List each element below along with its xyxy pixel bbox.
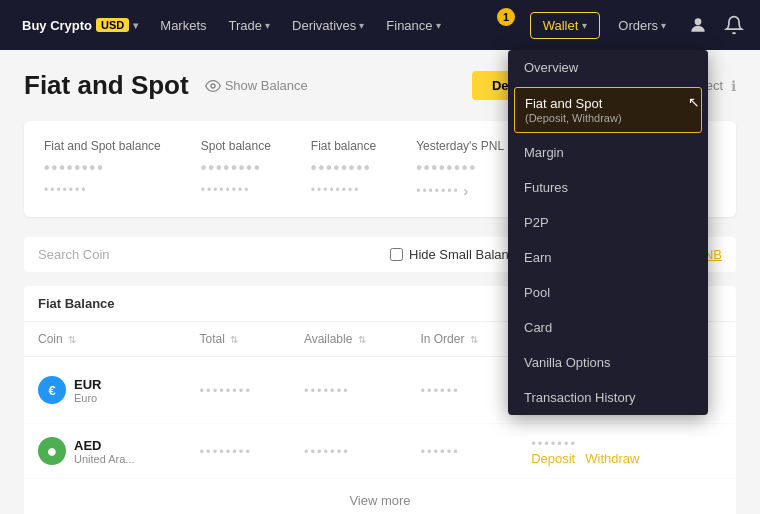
trade-chevron-icon: ▾ bbox=[265, 20, 270, 31]
svg-point-0 bbox=[695, 18, 702, 25]
col-coin: Coin ⇅ bbox=[24, 322, 186, 357]
eye-icon bbox=[205, 78, 221, 94]
aed-total: •••••••• bbox=[186, 424, 290, 479]
eur-coin-cell: € EUR Euro bbox=[24, 357, 186, 424]
svg-point-1 bbox=[211, 84, 215, 88]
page-title: Fiat and Spot bbox=[24, 70, 189, 101]
wallet-dropdown: Overview Fiat and Spot (Deposit, Withdra… bbox=[508, 50, 708, 415]
pnl-card: Yesterday's PNL ℹ •••••••• ••••••• › bbox=[416, 139, 513, 199]
wallet-chevron-icon: ▾ bbox=[582, 20, 587, 31]
in-order-sort-icon[interactable]: ⇅ bbox=[470, 334, 478, 345]
derivatives-label: Derivatives bbox=[292, 18, 356, 33]
view-more-button[interactable]: View more bbox=[24, 479, 736, 514]
wallet-button[interactable]: Wallet ▾ bbox=[530, 12, 601, 39]
top-navigation: Buy Crypto USD ▾ Markets Trade ▾ Derivat… bbox=[0, 0, 760, 50]
dropdown-fiat-spot[interactable]: Fiat and Spot (Deposit, Withdraw) ↖ bbox=[514, 87, 702, 133]
show-balance-button[interactable]: Show Balance bbox=[205, 78, 308, 94]
aed-available: ••••••• bbox=[290, 424, 407, 479]
finance-chevron-icon: ▾ bbox=[436, 20, 441, 31]
wallet-badge: 1 bbox=[497, 8, 515, 26]
spot-balance-sub: •••••••• bbox=[201, 183, 271, 197]
trade-label: Trade bbox=[229, 18, 262, 33]
dropdown-futures[interactable]: Futures bbox=[508, 170, 708, 205]
aed-deposit-link[interactable]: Deposit bbox=[531, 451, 575, 466]
show-balance-label: Show Balance bbox=[225, 78, 308, 93]
dropdown-overview[interactable]: Overview bbox=[508, 50, 708, 85]
eur-in-order: •••••• bbox=[406, 357, 517, 424]
aed-btc-val: ••••••• bbox=[531, 436, 722, 451]
col-available: Available ⇅ bbox=[290, 322, 407, 357]
trade-nav[interactable]: Trade ▾ bbox=[219, 12, 280, 39]
buy-crypto-nav[interactable]: Buy Crypto USD ▾ bbox=[12, 12, 148, 39]
fiat-balance-value: •••••••• bbox=[311, 159, 376, 177]
dropdown-fiat-spot-label: Fiat and Spot bbox=[525, 96, 691, 111]
eur-available: ••••••• bbox=[290, 357, 407, 424]
fiat-balance-label: Fiat balance bbox=[311, 139, 376, 153]
orders-label: Orders bbox=[618, 18, 658, 33]
derivatives-chevron-icon: ▾ bbox=[359, 20, 364, 31]
aed-symbol: AED bbox=[74, 438, 135, 453]
pnl-sub-row: ••••••• › bbox=[416, 183, 513, 199]
buy-crypto-chevron-icon: ▾ bbox=[133, 20, 138, 31]
aed-btc-cell: ••••••• Deposit Withdraw bbox=[517, 424, 736, 479]
finance-nav[interactable]: Finance ▾ bbox=[376, 12, 450, 39]
pnl-sub: ••••••• bbox=[416, 184, 459, 198]
fiat-spot-balance-value: •••••••• bbox=[44, 159, 161, 177]
wallet-label: Wallet bbox=[543, 18, 579, 33]
fiat-balance-sub: •••••••• bbox=[311, 183, 376, 197]
search-input[interactable] bbox=[38, 247, 374, 262]
total-sort-icon[interactable]: ⇅ bbox=[230, 334, 238, 345]
coin-sort-icon[interactable]: ⇅ bbox=[68, 334, 76, 345]
aed-name: United Ara... bbox=[74, 453, 135, 465]
spot-balance-value: •••••••• bbox=[201, 159, 271, 177]
markets-nav[interactable]: Markets bbox=[150, 12, 216, 39]
aed-coin-cell: ● AED United Ara... bbox=[24, 424, 186, 479]
dropdown-vanilla-options[interactable]: Vanilla Options bbox=[508, 345, 708, 380]
eur-name: Euro bbox=[74, 392, 101, 404]
dropdown-p2p[interactable]: P2P bbox=[508, 205, 708, 240]
col-total: Total ⇅ bbox=[186, 322, 290, 357]
orders-chevron-icon: ▾ bbox=[661, 20, 666, 31]
notification-button[interactable] bbox=[720, 11, 748, 39]
aed-withdraw-link[interactable]: Withdraw bbox=[585, 451, 639, 466]
fiat-spot-balance-label: Fiat and Spot balance bbox=[44, 139, 161, 153]
dropdown-transaction-history[interactable]: Transaction History bbox=[508, 380, 708, 415]
eur-icon: € bbox=[38, 376, 66, 404]
aed-icon: ● bbox=[38, 437, 66, 465]
buy-crypto-label: Buy Crypto bbox=[22, 18, 92, 33]
table-row: ● AED United Ara... •••••••• ••••••• •••… bbox=[24, 424, 736, 479]
pnl-arrow-icon: › bbox=[464, 183, 469, 199]
spot-balance-card: Spot balance •••••••• •••••••• bbox=[201, 139, 271, 199]
eur-total: •••••••• bbox=[186, 357, 290, 424]
markets-label: Markets bbox=[160, 18, 206, 33]
orders-nav[interactable]: Orders ▾ bbox=[608, 12, 676, 39]
dropdown-margin[interactable]: Margin bbox=[508, 135, 708, 170]
fiat-spot-balance-card: Fiat and Spot balance •••••••• ••••••• bbox=[44, 139, 161, 199]
pnl-label: Yesterday's PNL ℹ bbox=[416, 139, 513, 153]
aed-in-order: •••••• bbox=[406, 424, 517, 479]
hide-small-checkbox[interactable] bbox=[390, 248, 403, 261]
fiat-balance-card: Fiat balance •••••••• •••••••• bbox=[311, 139, 376, 199]
available-sort-icon[interactable]: ⇅ bbox=[358, 334, 366, 345]
finance-label: Finance bbox=[386, 18, 432, 33]
col-in-order: In Order ⇅ bbox=[406, 322, 517, 357]
profile-button[interactable] bbox=[684, 11, 712, 39]
dropdown-pool[interactable]: Pool bbox=[508, 275, 708, 310]
eur-symbol: EUR bbox=[74, 377, 101, 392]
fiat-spot-balance-sub: ••••••• bbox=[44, 183, 161, 197]
profile-icon bbox=[688, 15, 708, 35]
aed-actions: Deposit Withdraw bbox=[531, 451, 722, 466]
usd-badge: USD bbox=[96, 18, 129, 32]
dropdown-earn[interactable]: Earn bbox=[508, 240, 708, 275]
dropdown-fiat-spot-sub: (Deposit, Withdraw) bbox=[525, 112, 691, 124]
dropdown-card[interactable]: Card bbox=[508, 310, 708, 345]
spot-balance-label: Spot balance bbox=[201, 139, 271, 153]
notification-icon bbox=[724, 15, 744, 35]
derivatives-nav[interactable]: Derivatives ▾ bbox=[282, 12, 374, 39]
info-icon: ℹ bbox=[731, 78, 736, 94]
pnl-value: •••••••• bbox=[416, 159, 513, 177]
cursor-icon: ↖ bbox=[688, 94, 700, 110]
